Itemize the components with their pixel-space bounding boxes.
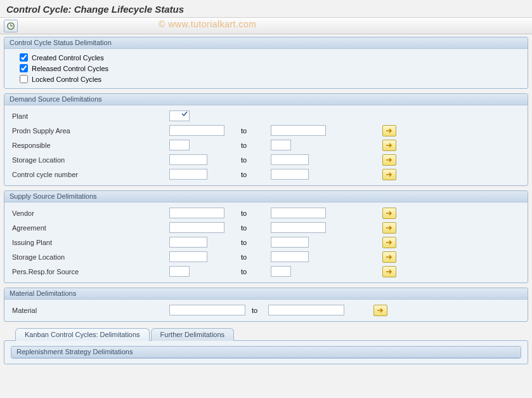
- multi-select-button[interactable]: [382, 154, 396, 166]
- multi-select-button[interactable]: [382, 125, 396, 136]
- field-label: Vendor: [11, 209, 96, 217]
- group-status: Control Cycle Status Delimitation Create…: [4, 37, 528, 89]
- field-label: Issuing Plant: [11, 239, 96, 246]
- chk-label: Released Control Cycles: [32, 65, 108, 72]
- supply-storage-location-to[interactable]: [271, 251, 309, 262]
- group-demand-title: Demand Source Delimitations: [4, 94, 528, 105]
- page-title: Control Cycle: Change Lifecycle Status: [0, 0, 532, 18]
- responsible-from[interactable]: [169, 140, 190, 150]
- arrow-right-icon: [386, 225, 393, 231]
- to-label: to: [239, 142, 271, 149]
- tab-strip: Kanban Control Cycles: Delimitations Fur…: [4, 326, 528, 341]
- arrow-right-icon: [386, 171, 393, 178]
- group-supply-source: Supply Source Delimitations Vendor to Ag…: [4, 190, 528, 283]
- group-replenishment-title: Replenishment Strategy Delimitations: [11, 347, 521, 358]
- to-label: to: [239, 171, 271, 178]
- pers-resp-source-to[interactable]: [271, 266, 291, 277]
- arrow-right-icon: [386, 142, 393, 149]
- chk-locked-control-cycles[interactable]: [20, 75, 28, 83]
- arrow-right-icon: [377, 307, 384, 314]
- chk-label: Locked Control Cycles: [32, 76, 101, 83]
- watermark: © www.tutorialkart.com: [159, 19, 256, 29]
- vendor-to[interactable]: [271, 208, 326, 218]
- toolbar: © www.tutorialkart.com: [0, 18, 532, 34]
- group-material-title: Material Delimitations: [4, 288, 528, 300]
- material-to[interactable]: [268, 305, 344, 315]
- to-label: to: [239, 209, 271, 217]
- group-status-title: Control Cycle Status Delimitation: [4, 37, 528, 49]
- responsible-to[interactable]: [271, 140, 291, 150]
- storage-location-to[interactable]: [271, 154, 309, 165]
- multi-select-button[interactable]: [373, 305, 387, 316]
- prodn-supply-area-from[interactable]: [169, 125, 224, 136]
- chk-released-control-cycles[interactable]: [20, 64, 28, 72]
- issuing-plant-from[interactable]: [169, 237, 207, 248]
- chk-label: Created Control Cycles: [32, 54, 104, 62]
- to-label: to: [239, 156, 271, 164]
- plant-label: Plant: [11, 112, 96, 120]
- prodn-supply-area-to[interactable]: [271, 125, 326, 136]
- execute-button[interactable]: [4, 20, 18, 32]
- chk-created-control-cycles[interactable]: [20, 53, 28, 62]
- agreement-to[interactable]: [271, 222, 326, 233]
- arrow-right-icon: [386, 239, 393, 246]
- pers-resp-source-from[interactable]: [169, 266, 190, 277]
- group-demand-source: Demand Source Delimitations Plant Prodn …: [4, 93, 528, 186]
- plant-input[interactable]: [169, 110, 190, 121]
- vendor-from[interactable]: [169, 208, 224, 218]
- field-label: Control cycle number: [11, 171, 96, 178]
- multi-select-button[interactable]: [382, 237, 396, 248]
- tab-kanban-delimitations[interactable]: Kanban Control Cycles: Delimitations: [15, 328, 150, 341]
- material-from[interactable]: [169, 305, 245, 315]
- multi-select-button[interactable]: [382, 169, 396, 180]
- tab-content: Replenishment Strategy Delimitations: [4, 340, 528, 364]
- group-material: Material Delimitations Material to: [4, 288, 528, 322]
- tab-further-delimitations[interactable]: Further Delimitations: [151, 328, 234, 341]
- multi-select-button[interactable]: [382, 140, 396, 151]
- arrow-right-icon: [386, 269, 393, 275]
- control-cycle-number-from[interactable]: [169, 169, 207, 180]
- to-label: to: [239, 239, 271, 246]
- field-label: Prodn Supply Area: [11, 127, 96, 135]
- material-label: Material: [11, 307, 96, 314]
- to-label: to: [239, 127, 271, 135]
- agreement-from[interactable]: [169, 222, 224, 233]
- supply-storage-location-from[interactable]: [169, 251, 207, 262]
- field-label: Agreement: [11, 224, 96, 232]
- issuing-plant-to[interactable]: [271, 237, 309, 248]
- multi-select-button[interactable]: [382, 208, 396, 219]
- arrow-right-icon: [386, 128, 393, 134]
- arrow-right-icon: [386, 157, 393, 163]
- to-label: to: [239, 268, 271, 275]
- control-cycle-number-to[interactable]: [271, 169, 309, 180]
- storage-location-from[interactable]: [169, 154, 207, 165]
- clock-execute-icon: [6, 22, 15, 30]
- to-label: to: [239, 224, 271, 232]
- to-label: to: [252, 307, 268, 314]
- group-supply-title: Supply Source Delimitations: [4, 191, 528, 202]
- arrow-right-icon: [386, 254, 393, 260]
- field-label: Pers.Resp.for Source: [11, 268, 96, 275]
- to-label: to: [239, 253, 271, 261]
- field-label: Storage Location: [11, 253, 96, 261]
- arrow-right-icon: [386, 210, 393, 216]
- multi-select-button[interactable]: [382, 222, 396, 234]
- field-label: Storage Location: [11, 156, 96, 164]
- multi-select-button[interactable]: [382, 251, 396, 263]
- field-label: Responsible: [11, 142, 96, 149]
- multi-select-button[interactable]: [382, 266, 396, 277]
